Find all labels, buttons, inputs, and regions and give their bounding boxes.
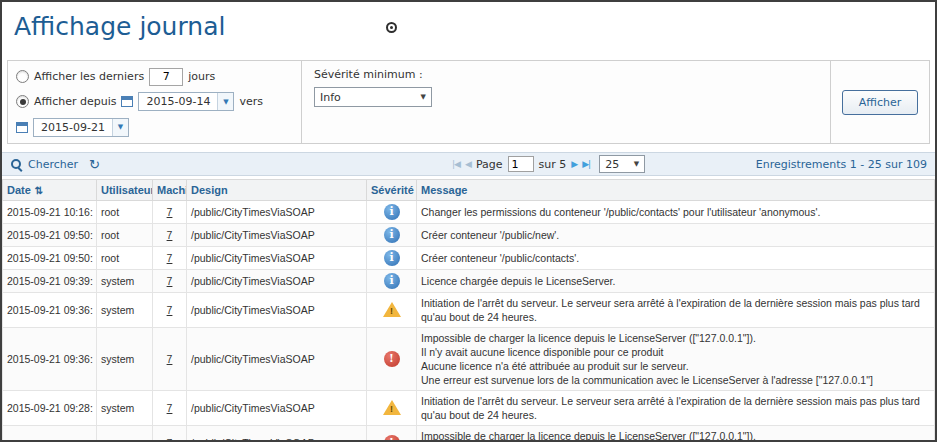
apply-section: Afficher	[831, 61, 929, 143]
table-row: 2015-09-21 09:36:system7/public/CityTime…	[3, 328, 935, 391]
cell-machine: 7	[153, 247, 187, 270]
message-line: Aucune licence n'a été attribuée au prod…	[421, 359, 930, 373]
column-header-machine[interactable]: Machine	[153, 180, 187, 201]
cell-date: 2015-09-21 09:36:	[3, 328, 97, 391]
column-header-severity[interactable]: Sévérité	[367, 180, 417, 201]
cell-user: root	[97, 201, 153, 224]
cell-message: Initiation de l'arrêt du serveur. Le ser…	[417, 391, 935, 426]
machine-link[interactable]: 7	[167, 353, 173, 365]
cell-severity: i	[367, 247, 417, 270]
page-title: Affichage journal	[14, 12, 923, 41]
cell-machine: 7	[153, 391, 187, 426]
severity-select-value: Info	[320, 91, 341, 104]
error-icon: !	[384, 435, 400, 442]
days-input[interactable]	[149, 68, 183, 86]
days-unit-label: jours	[188, 70, 215, 83]
message-line: Une erreur est survenue lors de la commu…	[421, 373, 930, 387]
info-icon: i	[384, 204, 400, 220]
pagination: |◀ ◀ Page sur 5 ▶ ▶| 25 ▼	[452, 153, 645, 175]
cell-user: system	[97, 270, 153, 293]
from-date-value: 2015-09-14	[139, 95, 217, 108]
machine-link[interactable]: 7	[167, 206, 173, 218]
cell-machine: 7	[153, 224, 187, 247]
prev-page-button[interactable]: ◀	[465, 159, 471, 169]
column-header-user[interactable]: Utilisateur	[97, 180, 153, 201]
radio-last-days[interactable]	[16, 70, 29, 83]
machine-link[interactable]: 7	[167, 229, 173, 241]
table-row: 2015-09-21 10:16:root7/public/CityTimesV…	[3, 201, 935, 224]
cell-message: Créer conteneur '/public/contacts'.	[417, 247, 935, 270]
cell-message: Changer les permissions du conteneur '/p…	[417, 201, 935, 224]
from-date-select[interactable]: 2015-09-14 ▼	[138, 92, 234, 111]
log-table-header: Date⇅ Utilisateur Machine Design Sévérit…	[3, 180, 935, 201]
date-filter-section: Afficher les derniers jours Afficher dep…	[8, 61, 301, 143]
search-link[interactable]: Chercher	[28, 158, 78, 171]
calendar-icon[interactable]	[121, 96, 133, 107]
cell-message: Licence chargée depuis le LicenseServer.	[417, 270, 935, 293]
to-date-select[interactable]: 2015-09-21 ▼	[33, 118, 129, 137]
column-header-message[interactable]: Message	[417, 180, 935, 201]
cell-message: Impossible de charger la licence depuis …	[417, 426, 935, 442]
cell-severity: !	[367, 426, 417, 442]
log-table-body: 2015-09-21 10:16:root7/public/CityTimesV…	[3, 201, 935, 442]
page-label: Page	[476, 158, 503, 171]
table-row: 2015-09-21 09:50:root7/public/CityTimesV…	[3, 224, 935, 247]
page-input[interactable]	[508, 156, 534, 172]
afficher-button[interactable]: Afficher	[842, 90, 918, 115]
cell-machine: 7	[153, 201, 187, 224]
first-page-button[interactable]: |◀	[452, 159, 460, 169]
page-header: Affichage journal	[2, 2, 935, 58]
next-page-button[interactable]: ▶	[571, 159, 577, 169]
warning-icon: !	[383, 302, 401, 317]
page-total-label: sur 5	[539, 158, 567, 171]
filter-panel: Afficher les derniers jours Afficher dep…	[7, 60, 930, 144]
cell-user: system	[97, 328, 153, 391]
cell-machine: 7	[153, 426, 187, 442]
machine-link[interactable]: 7	[167, 252, 173, 264]
chevron-down-icon[interactable]: ▼	[217, 93, 233, 110]
cell-user	[97, 426, 153, 442]
message-line: Impossible de charger la licence depuis …	[421, 429, 930, 442]
table-row: 2015-09-21 09:50:root7/public/CityTimesV…	[3, 247, 935, 270]
cell-message: Impossible de charger la licence depuis …	[417, 328, 935, 391]
machine-link[interactable]: 7	[167, 304, 173, 316]
since-label: Afficher depuis	[34, 95, 116, 108]
column-header-date[interactable]: Date⇅	[3, 180, 97, 201]
machine-link[interactable]: 7	[167, 402, 173, 414]
severity-select[interactable]: Info ▼	[314, 87, 432, 107]
cell-severity: !	[367, 293, 417, 328]
cell-design: /public/CityTimesViaSOAP	[187, 270, 367, 293]
cell-machine: 7	[153, 328, 187, 391]
info-icon: i	[384, 273, 400, 289]
chevron-down-icon[interactable]: ▼	[112, 119, 128, 136]
refresh-icon[interactable]: ↻	[89, 158, 100, 171]
sort-icon[interactable]: ⇅	[35, 185, 43, 196]
chevron-down-icon: ▼	[634, 160, 639, 168]
severity-label: Sévérité minimum :	[314, 68, 818, 81]
message-line: Initiation de l'arrêt du serveur. Le ser…	[421, 296, 930, 324]
cell-user: system	[97, 391, 153, 426]
cell-design: /public/CityTimesViaSOAP	[187, 224, 367, 247]
message-line: Il n'y avait aucune licence disponible p…	[421, 345, 930, 359]
cell-machine: 7	[153, 270, 187, 293]
page-size-select[interactable]: 25 ▼	[599, 155, 645, 173]
cell-date: 2015-09-21 09:50:	[3, 224, 97, 247]
severity-filter-section: Sévérité minimum : Info ▼	[302, 61, 830, 143]
chevron-down-icon: ▼	[421, 93, 426, 101]
calendar-icon[interactable]	[16, 122, 28, 133]
message-line: Changer les permissions du conteneur '/p…	[421, 205, 930, 219]
machine-link[interactable]: 7	[167, 275, 173, 287]
cell-message: Créer conteneur '/public/new'.	[417, 224, 935, 247]
cell-severity: !	[367, 391, 417, 426]
to-date-value: 2015-09-21	[34, 121, 112, 134]
last-page-button[interactable]: ▶|	[582, 159, 590, 169]
cell-design: /public/CityTimesViaSOAP	[187, 201, 367, 224]
cell-severity: i	[367, 270, 417, 293]
machine-link[interactable]: 7	[167, 437, 173, 442]
radio-since-date[interactable]	[16, 95, 29, 108]
log-table: Date⇅ Utilisateur Machine Design Sévérit…	[2, 179, 935, 442]
column-header-design[interactable]: Design	[187, 180, 367, 201]
cell-machine: 7	[153, 293, 187, 328]
message-line: Initiation de l'arrêt du serveur. Le ser…	[421, 394, 930, 422]
cell-design: /public/CityTimesViaSOAP	[187, 391, 367, 426]
